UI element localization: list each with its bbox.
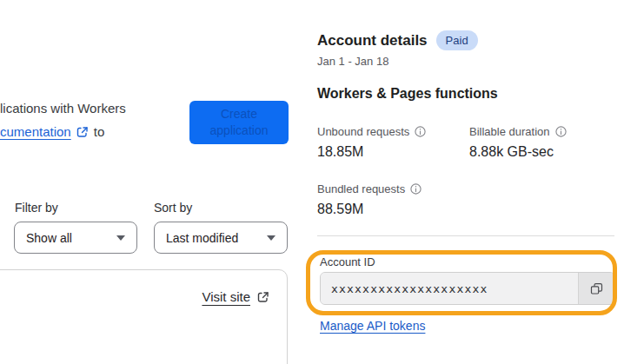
external-link-icon <box>76 126 89 138</box>
chevron-down-icon <box>116 235 125 241</box>
sort-dropdown-value: Last modified <box>166 231 238 245</box>
bundled-requests-label: Bundled requests <box>317 182 422 195</box>
visit-site-row: Visit site <box>202 289 269 304</box>
account-id-label: Account ID <box>320 255 375 268</box>
create-application-button[interactable]: Create application <box>189 101 289 144</box>
workers-pages-dashboard: lications with Workers cumentation to Cr… <box>0 0 624 364</box>
date-range: Jan 1 - Jan 18 <box>317 55 388 68</box>
functions-section-title: Workers & Pages functions <box>317 86 498 102</box>
documentation-link[interactable]: cumentation <box>0 124 71 139</box>
intro-text-suffix: to <box>94 124 105 139</box>
bundled-requests-value: 88.59M <box>317 202 363 217</box>
copy-icon <box>590 282 603 295</box>
info-icon[interactable] <box>410 183 422 195</box>
paid-plan-badge: Paid <box>436 30 478 50</box>
section-divider <box>317 235 614 236</box>
intro-text-line1: lications with Workers <box>0 101 126 116</box>
filter-dropdown[interactable]: Show all <box>14 222 137 254</box>
manage-api-tokens-link[interactable]: Manage API tokens <box>320 319 425 333</box>
sort-by-label: Sort by <box>154 201 192 215</box>
metric-label-text: Billable duration <box>469 125 550 138</box>
chevron-down-icon <box>267 235 275 241</box>
unbound-requests-value: 18.85M <box>317 144 363 160</box>
metric-label-text: Bundled requests <box>317 182 405 195</box>
metric-label-text: Unbound requests <box>317 125 409 138</box>
project-card: Visit site <box>0 269 288 364</box>
unbound-requests-label: Unbound requests <box>317 125 426 138</box>
account-id-input[interactable] <box>321 273 578 304</box>
billable-duration-label: Billable duration <box>469 125 567 138</box>
filter-dropdown-value: Show all <box>26 231 72 245</box>
account-details-title: Account details <box>317 32 428 50</box>
info-icon[interactable] <box>555 126 567 137</box>
filter-by-label: Filter by <box>15 201 58 215</box>
account-id-field-group <box>320 272 615 305</box>
visit-site-link[interactable]: Visit site <box>202 289 250 304</box>
intro-text-line2: cumentation to <box>0 124 104 139</box>
external-link-icon <box>257 291 269 303</box>
copy-account-id-button[interactable] <box>578 273 614 304</box>
account-details-header: Account details Paid <box>317 30 478 50</box>
info-icon[interactable] <box>415 126 426 137</box>
billable-duration-value: 8.88k GB-sec <box>469 144 554 160</box>
sort-dropdown[interactable]: Last modified <box>154 222 288 254</box>
